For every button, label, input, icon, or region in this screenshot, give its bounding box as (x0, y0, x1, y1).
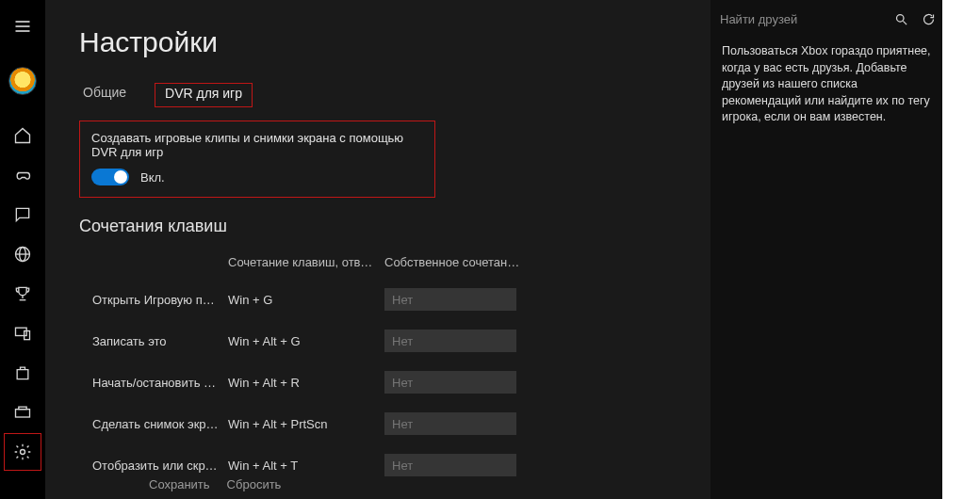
hamburger-menu-icon[interactable] (4, 8, 41, 45)
friends-empty-message: Пользоваться Xbox гораздо приятнее, когд… (710, 38, 942, 126)
search-icon[interactable] (888, 0, 915, 38)
svg-rect-10 (16, 410, 30, 417)
dvr-toggle-block: Создавать игровые клипы и снимки экрана … (79, 121, 435, 198)
shortcut-custom-input[interactable] (384, 288, 516, 311)
svg-line-14 (903, 21, 906, 24)
nav-settings-icon[interactable] (4, 433, 41, 471)
nav-rail (0, 0, 45, 499)
shortcuts-heading: Сочетания клавиш (79, 217, 710, 236)
shortcut-name: Сделать снимок экрана (79, 417, 220, 431)
footer-actions: Сохранить Сбросить (149, 477, 281, 491)
tab-dvr[interactable]: DVR для игр (155, 83, 253, 107)
nav-devices-icon[interactable] (4, 314, 41, 352)
dvr-toggle-switch[interactable] (91, 169, 129, 185)
app-window: Настройки Общие DVR для игр Создавать иг… (0, 0, 942, 499)
shortcut-default: Win + Alt + R (228, 376, 377, 390)
nav-globe-icon[interactable] (4, 235, 41, 273)
friends-search-input[interactable] (710, 0, 888, 38)
shortcut-name: Открыть Игровую пан… (79, 293, 220, 307)
avatar[interactable] (4, 62, 41, 100)
settings-tabs: Общие DVR для игр (79, 83, 710, 107)
shortcut-table: Сочетание клавиш, отве… Собственное соче… (79, 255, 710, 476)
reset-button[interactable]: Сбросить (227, 477, 282, 491)
svg-point-13 (897, 14, 905, 22)
shortcut-custom-input[interactable] (384, 371, 516, 394)
save-button[interactable]: Сохранить (149, 477, 210, 491)
shortcut-custom-input[interactable] (384, 412, 516, 435)
shortcut-default: Win + G (228, 293, 377, 307)
page-title: Настройки (79, 26, 710, 58)
main-content: Настройки Общие DVR для игр Создавать иг… (45, 0, 710, 499)
shortcut-default: Win + Alt + T (228, 459, 377, 473)
nav-captures-icon[interactable] (4, 394, 41, 431)
nav-trophy-icon[interactable] (4, 275, 41, 313)
refresh-icon[interactable] (915, 0, 942, 38)
nav-home-icon[interactable] (4, 117, 41, 154)
shortcut-default: Win + Alt + G (228, 334, 377, 348)
tab-general[interactable]: Общие (79, 83, 130, 107)
friends-search-row (710, 0, 942, 38)
nav-controller-icon[interactable] (4, 156, 41, 194)
svg-point-12 (21, 450, 25, 455)
nav-store-icon[interactable] (4, 354, 41, 392)
shortcut-custom-input[interactable] (384, 330, 516, 352)
svg-rect-11 (19, 407, 26, 410)
dvr-toggle-label: Создавать игровые клипы и снимки экрана … (91, 131, 421, 159)
shortcut-default: Win + Alt + PrtScn (228, 417, 377, 431)
shortcut-name: Начать/остановить зап… (79, 376, 220, 390)
dvr-toggle-state: Вкл. (140, 170, 165, 185)
col-head-custom: Собственное сочетание к… (384, 255, 526, 269)
nav-chat-icon[interactable] (4, 196, 41, 233)
shortcut-custom-input[interactable] (384, 454, 516, 476)
friends-panel: Пользоваться Xbox гораздо приятнее, когд… (710, 0, 942, 499)
svg-rect-8 (16, 328, 27, 335)
shortcut-name: Отобразить или скрыт… (79, 459, 220, 473)
shortcut-name: Записать это (79, 334, 220, 348)
col-head-default: Сочетание клавиш, отве… (228, 255, 377, 269)
